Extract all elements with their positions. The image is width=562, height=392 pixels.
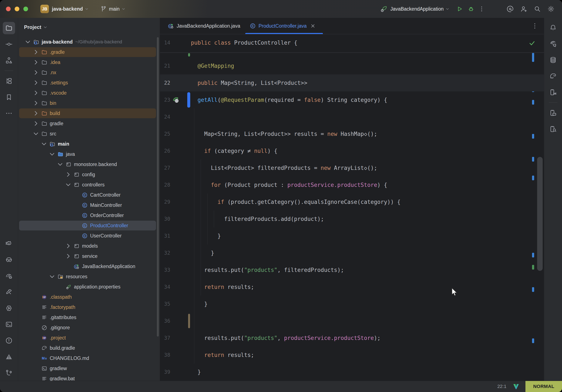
- chevron-down-icon[interactable]: [48, 150, 56, 158]
- tree-row-gradlew.bat[interactable]: gradlew.bat: [18, 373, 160, 381]
- code-with-me-button[interactable]: [519, 4, 528, 14]
- chevron-right-icon[interactable]: [32, 69, 40, 77]
- project-panel-header[interactable]: Project: [18, 18, 160, 36]
- chevron-down-icon[interactable]: [64, 181, 72, 189]
- tree-row-resources[interactable]: resources: [18, 272, 160, 282]
- editor-tab-ProductController.java[interactable]: CProductController.java: [245, 18, 323, 34]
- caret-position[interactable]: 22:1: [497, 384, 506, 389]
- tool-window-button-app-insights-chat[interactable]: [547, 38, 559, 50]
- tree-row-.project[interactable]: .project: [18, 333, 160, 343]
- tool-window-button-commit[interactable]: [3, 38, 15, 50]
- tree-row-service[interactable]: service: [18, 251, 160, 261]
- tree-row-java-backend[interactable]: java-backend~/Github/java-backend: [18, 37, 160, 47]
- tree-row-.vscode[interactable]: .vscode: [18, 88, 160, 98]
- tree-row-build.gradle[interactable]: build.gradle: [18, 343, 160, 353]
- chevron-right-icon[interactable]: [32, 109, 40, 117]
- tree-row-.gitattributes[interactable]: .gitattributes: [18, 312, 160, 322]
- tree-row-.nx[interactable]: .nx: [18, 67, 160, 78]
- tree-row-.factorypath[interactable]: .factorypath: [18, 302, 160, 312]
- tree-row-.idea[interactable]: .idea: [18, 57, 160, 67]
- chevron-right-icon[interactable]: [32, 89, 40, 97]
- ai-assistant-button[interactable]: [505, 4, 515, 14]
- chevron-right-icon[interactable]: [32, 79, 40, 87]
- chevron-down-icon[interactable]: [24, 38, 32, 46]
- ideavim-icon[interactable]: [513, 383, 519, 390]
- tree-row-gradle[interactable]: gradle: [18, 119, 160, 129]
- minimize-window-button[interactable]: [15, 7, 19, 11]
- tool-window-button-notifications-bell[interactable]: [547, 22, 559, 34]
- tool-window-button-copilot[interactable]: [3, 254, 15, 266]
- tool-window-button-gradle-elephant[interactable]: [547, 70, 559, 82]
- zoom-window-button[interactable]: [23, 7, 28, 11]
- tree-row-JavaBackendApplication[interactable]: CJavaBackendApplication: [18, 261, 160, 272]
- chevron-down-icon[interactable]: [56, 160, 64, 168]
- chevron-right-icon[interactable]: [64, 242, 72, 250]
- tool-window-button-running-devices[interactable]: [547, 107, 559, 119]
- tree-row-CHANGELOG.md[interactable]: MCHANGELOG.md: [18, 353, 160, 363]
- chevron-right-icon[interactable]: [32, 48, 40, 56]
- tool-window-button-bookmarks[interactable]: [3, 91, 15, 103]
- tree-row-.gradle[interactable]: .gradle: [18, 47, 160, 57]
- tree-row-main[interactable]: main: [18, 139, 160, 149]
- chevron-right-icon[interactable]: [64, 170, 72, 178]
- tool-window-button-services[interactable]: [3, 302, 15, 314]
- tool-window-button-version-control[interactable]: [3, 367, 15, 379]
- tool-window-button-structure[interactable]: [3, 54, 15, 67]
- more-run-actions-button[interactable]: [477, 4, 486, 14]
- editor-scrollbar[interactable]: [537, 157, 543, 271]
- tree-row-monostore.backend[interactable]: monostore.backend: [18, 159, 160, 169]
- close-icon[interactable]: [310, 23, 316, 29]
- tree-row-build[interactable]: build: [18, 108, 160, 119]
- tool-window-button-profiler[interactable]: [3, 270, 15, 282]
- tool-window-button-terminal[interactable]: [3, 318, 15, 331]
- chevron-right-icon[interactable]: [32, 99, 40, 107]
- tree-row-src[interactable]: src: [18, 129, 160, 139]
- tool-window-button-problems[interactable]: [3, 334, 15, 347]
- editor-options-kebab-icon[interactable]: [531, 22, 539, 30]
- chevron-right-icon[interactable]: [32, 58, 40, 66]
- close-window-button[interactable]: [6, 7, 11, 11]
- tree-row-UserController[interactable]: CUserController: [18, 231, 160, 241]
- tree-row-CartController[interactable]: CCartController: [18, 190, 160, 200]
- run-configuration-widget[interactable]: JavaBackendApplication: [380, 5, 450, 13]
- settings-button[interactable]: [546, 4, 556, 14]
- debug-button[interactable]: [466, 4, 476, 14]
- tree-row-bin[interactable]: bin: [18, 98, 160, 108]
- tool-window-button-hierarchy[interactable]: [3, 75, 15, 87]
- tool-window-button-device-explorer[interactable]: [547, 123, 559, 135]
- project-tree-scrollbar[interactable]: [157, 37, 159, 336]
- tree-row-java[interactable]: java: [18, 149, 160, 159]
- chevron-down-icon[interactable]: [48, 273, 56, 281]
- tree-row-controllers[interactable]: controllers: [18, 180, 160, 190]
- chevron-right-icon[interactable]: [64, 252, 72, 260]
- tool-window-button-build-hammer[interactable]: [3, 286, 15, 298]
- tool-window-button-device-android[interactable]: [547, 86, 559, 98]
- tree-row-.classpath[interactable]: .classpath: [18, 292, 160, 302]
- tree-row-gradlew[interactable]: gradlew: [18, 363, 160, 373]
- globe-leaf-gutter-icon[interactable]: [172, 96, 180, 104]
- tree-row-models[interactable]: models: [18, 241, 160, 251]
- tool-window-button-project-folder[interactable]: [3, 22, 15, 34]
- code-editor[interactable]: 14public class ProductController {21 @Ge…: [160, 34, 544, 381]
- tree-row-MainController[interactable]: CMainController: [18, 200, 160, 210]
- vcs-change-marker[interactable]: [188, 314, 190, 328]
- sticky-lines-panel[interactable]: 14public class ProductController {: [160, 34, 544, 53]
- inspections-ok-icon[interactable]: [529, 40, 535, 47]
- chevron-down-icon[interactable]: [40, 140, 48, 148]
- run-button[interactable]: [455, 4, 464, 14]
- tree-row-OrderController[interactable]: COrderController: [18, 210, 160, 220]
- tree-row-ProductController[interactable]: CProductController: [18, 220, 160, 231]
- tree-row-.gitignore[interactable]: .gitignore: [18, 322, 160, 333]
- vcs-modified-marker[interactable]: [187, 92, 190, 107]
- tool-window-button-more[interactable]: [3, 107, 15, 119]
- search-everywhere-button[interactable]: [533, 4, 542, 14]
- chevron-right-icon[interactable]: [32, 119, 40, 128]
- tree-row-application.properties[interactable]: application.properties: [18, 282, 160, 292]
- tool-window-button-logcat[interactable]: [3, 238, 15, 250]
- tool-window-button-warning-triangle[interactable]: [3, 351, 15, 363]
- editor-tab-JavaBackendApplication.java[interactable]: CJavaBackendApplication.java: [163, 18, 245, 34]
- branch-widget[interactable]: main: [100, 6, 126, 12]
- tree-row-config[interactable]: config: [18, 169, 160, 180]
- project-widget[interactable]: JB java-backend: [40, 5, 89, 13]
- tool-window-button-database[interactable]: [547, 54, 559, 66]
